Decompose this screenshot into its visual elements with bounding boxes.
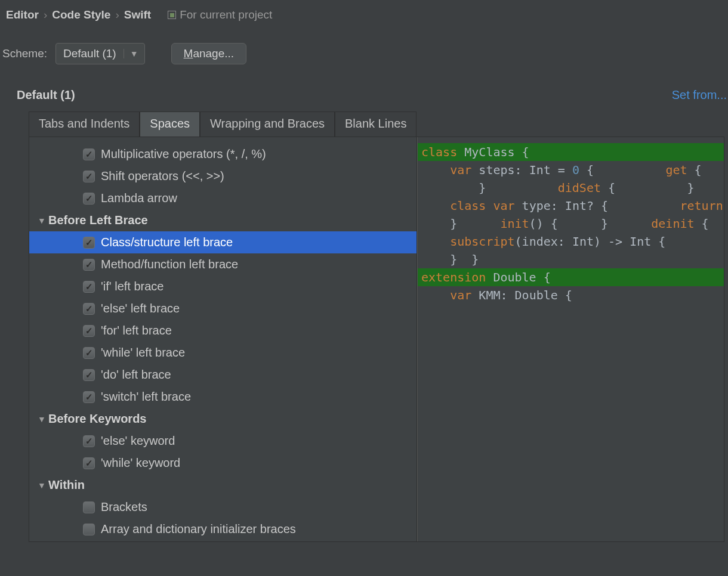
scheme-select[interactable]: Default (1) ▼ [55, 43, 145, 64]
option-label: Class/structure left brace [101, 236, 233, 249]
option-label: 'for' left brace [101, 324, 172, 337]
checkbox-checked-icon[interactable]: ✓ [83, 369, 95, 381]
option-if-left-brace[interactable]: ✓ 'if' left brace [29, 275, 417, 298]
option-label: 'if' left brace [101, 280, 164, 293]
project-scope-icon [168, 11, 176, 19]
scope-text: For current project [180, 8, 272, 21]
option-label: 'while' keyword [101, 456, 180, 470]
option-label: Brackets [101, 500, 147, 514]
options-tree[interactable]: ✓ Multiplicative operators (*, /, %) ✓ S… [29, 137, 417, 541]
option-else-left-brace[interactable]: ✓ 'else' left brace [29, 298, 417, 320]
option-while-keyword[interactable]: ✓ 'while' keyword [29, 452, 417, 474]
chevron-down-icon: ▼ [124, 49, 144, 58]
breadcrumb-code-style[interactable]: Code Style [52, 8, 110, 21]
breadcrumb: Editor › Code Style › Swift For current … [0, 0, 728, 26]
profile-row: Default (1) Set from... [0, 68, 728, 112]
option-multiplicative[interactable]: ✓ Multiplicative operators (*, /, %) [29, 143, 417, 165]
checkbox-checked-icon[interactable]: ✓ [83, 303, 95, 315]
checkbox-checked-icon[interactable]: ✓ [83, 281, 95, 293]
code-preview: class MyClass { var steps: Int = 0 { get… [417, 137, 724, 541]
checkbox-checked-icon[interactable]: ✓ [83, 457, 95, 469]
group-label: Before Left Brace [48, 213, 148, 227]
checkbox-checked-icon[interactable]: ✓ [83, 237, 95, 249]
tab-spaces[interactable]: Spaces [140, 112, 200, 137]
option-else-keyword[interactable]: ✓ 'else' keyword [29, 430, 417, 452]
option-while-left-brace[interactable]: ✓ 'while' left brace [29, 342, 417, 364]
option-for-left-brace[interactable]: ✓ 'for' left brace [29, 320, 417, 342]
option-switch-left-brace[interactable]: ✓ 'switch' left brace [29, 386, 417, 408]
scheme-label: Scheme: [2, 47, 47, 60]
option-brackets[interactable]: ✓ Brackets [29, 496, 417, 518]
option-label: Array and dictionary initializer braces [101, 522, 296, 536]
group-label: Within [48, 478, 85, 492]
tab-row: Tabs and Indents Spaces Wrapping and Bra… [29, 112, 728, 137]
group-within[interactable]: ▼ Within [29, 474, 417, 496]
option-method-function-left-brace[interactable]: ✓ Method/function left brace [29, 253, 417, 275]
option-lambda-arrow[interactable]: ✓ Lambda arrow [29, 187, 417, 209]
option-array-dict-init-braces[interactable]: ✓ Array and dictionary initializer brace… [29, 518, 417, 540]
chevron-right-icon: › [44, 8, 47, 21]
profile-name: Default (1) [17, 88, 75, 102]
checkbox-checked-icon[interactable]: ✓ [83, 171, 95, 182]
option-do-left-brace[interactable]: ✓ 'do' left brace [29, 364, 417, 386]
group-before-left-brace[interactable]: ▼ Before Left Brace [29, 209, 417, 231]
option-label: Method/function left brace [101, 258, 238, 271]
set-from-link[interactable]: Set from... [672, 88, 728, 102]
checkbox-checked-icon[interactable]: ✓ [83, 259, 95, 271]
manage-label: anage... [193, 47, 234, 60]
group-before-keywords[interactable]: ▼ Before Keywords [29, 408, 417, 430]
checkbox-checked-icon[interactable]: ✓ [83, 325, 95, 337]
scheme-row: Scheme: Default (1) ▼ Manage... [0, 26, 728, 68]
option-label: 'do' left brace [101, 368, 171, 382]
option-label: 'else' left brace [101, 302, 180, 315]
checkbox-checked-icon[interactable]: ✓ [83, 193, 95, 205]
group-label: Before Keywords [48, 412, 147, 426]
breadcrumb-editor[interactable]: Editor [6, 8, 39, 21]
option-label: Shift operators (<<, >>) [101, 169, 224, 183]
triangle-down-icon: ▼ [35, 216, 48, 225]
manage-button[interactable]: Manage... [171, 43, 247, 64]
scope-label: For current project [168, 8, 272, 21]
code-token: MyClass { [457, 145, 529, 159]
tab-wrapping-and-braces[interactable]: Wrapping and Braces [200, 112, 335, 137]
breadcrumb-swift: Swift [124, 8, 151, 21]
option-shift[interactable]: ✓ Shift operators (<<, >>) [29, 165, 417, 187]
checkbox-unchecked-icon[interactable]: ✓ [83, 501, 95, 513]
option-class-structure-left-brace[interactable]: ✓ Class/structure left brace [29, 231, 417, 253]
checkbox-checked-icon[interactable]: ✓ [83, 148, 95, 160]
option-label: Lambda arrow [101, 191, 177, 205]
option-label: 'switch' left brace [101, 390, 191, 404]
checkbox-checked-icon[interactable]: ✓ [83, 347, 95, 359]
scheme-value: Default (1) [56, 47, 124, 60]
checkbox-unchecked-icon[interactable]: ✓ [83, 524, 95, 535]
chevron-right-icon: › [115, 8, 119, 21]
triangle-down-icon: ▼ [35, 414, 48, 424]
triangle-down-icon: ▼ [35, 481, 48, 490]
tab-tabs-and-indents[interactable]: Tabs and Indents [29, 112, 140, 137]
checkbox-checked-icon[interactable]: ✓ [83, 391, 95, 403]
tab-blank-lines[interactable]: Blank Lines [335, 112, 417, 137]
content-panel: ✓ Multiplicative operators (*, /, %) ✓ S… [29, 137, 724, 542]
option-label: 'else' keyword [101, 434, 175, 448]
option-label: 'while' left brace [101, 346, 185, 360]
code-token: class [421, 145, 457, 159]
checkbox-checked-icon[interactable]: ✓ [83, 435, 95, 447]
option-label: Multiplicative operators (*, /, %) [101, 147, 266, 161]
